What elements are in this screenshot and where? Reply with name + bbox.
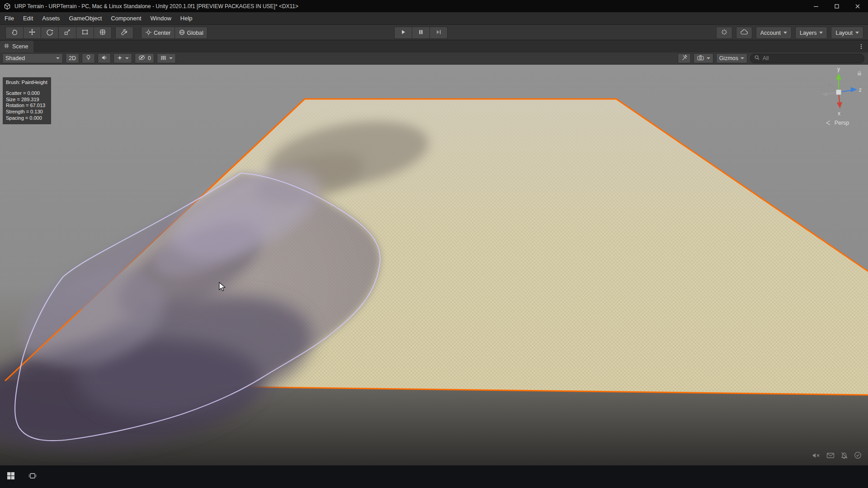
play-button[interactable] <box>394 27 412 39</box>
scene-render[interactable] <box>0 65 868 465</box>
scale-icon <box>64 28 71 38</box>
wrench-icon <box>121 28 128 38</box>
grid-dropdown[interactable] <box>157 53 176 63</box>
eye-hidden-icon <box>138 55 146 62</box>
menu-help[interactable]: Help <box>176 12 197 24</box>
shading-mode-dropdown[interactable]: Shaded <box>2 53 63 63</box>
gizmo-lock-icon[interactable] <box>856 70 863 76</box>
account-label: Account <box>760 30 781 36</box>
audio-muted-icon[interactable] <box>812 452 821 461</box>
menu-gameobject[interactable]: GameObject <box>64 12 106 24</box>
layers-dropdown[interactable]: Layers <box>795 27 828 39</box>
tab-scene[interactable]: Scene <box>0 41 33 52</box>
play-controls <box>394 27 448 39</box>
gizmos-label: Gizmos <box>719 55 738 61</box>
move-tool-button[interactable] <box>24 27 41 39</box>
scene-search <box>750 54 864 63</box>
cloud-services-button[interactable] <box>736 27 752 39</box>
menu-file[interactable]: File <box>0 12 19 24</box>
scene-audio-toggle[interactable] <box>98 53 111 63</box>
windows-logo-icon <box>7 472 15 482</box>
z-axis-label: z <box>859 87 862 93</box>
scene-viewport[interactable]: Brush: PaintHeight Scatter = 0.000 Size … <box>0 65 868 465</box>
step-button[interactable] <box>430 27 448 39</box>
scene-tools-button[interactable] <box>678 53 691 63</box>
brush-scatter: Scatter = 0.000 <box>6 90 47 97</box>
rotate-tool-button[interactable] <box>41 27 59 39</box>
y-axis-handle[interactable]: y <box>836 66 841 92</box>
activity-indicator-button[interactable] <box>716 27 732 39</box>
notifications-muted-icon[interactable] <box>840 451 848 461</box>
chevron-down-icon <box>741 57 744 59</box>
brush-title: Brush: PaintHeight <box>6 80 47 86</box>
projection-label: Persp <box>835 120 849 126</box>
space-toggle-button[interactable]: Global <box>175 27 208 39</box>
rect-tool-button[interactable] <box>76 27 94 39</box>
hidden-count: 0 <box>148 55 151 61</box>
gizmos-dropdown[interactable]: Gizmos <box>716 53 747 63</box>
camera-icon <box>697 55 704 62</box>
hand-icon <box>11 28 18 38</box>
task-view-button[interactable] <box>22 465 43 488</box>
chevron-down-icon <box>56 57 60 59</box>
globe-icon <box>179 29 185 37</box>
brush-size: Size = 289.319 <box>6 97 47 103</box>
search-icon <box>754 54 760 62</box>
2d-toggle-button[interactable]: 2D <box>66 53 79 63</box>
account-dropdown[interactable]: Account <box>756 27 792 39</box>
pivot-label: Center <box>154 30 171 36</box>
pause-button[interactable] <box>412 27 430 39</box>
tools-icon <box>681 54 688 62</box>
menu-component[interactable]: Component <box>106 12 146 24</box>
start-button[interactable] <box>0 465 22 488</box>
unity-logo-icon <box>4 3 11 10</box>
menu-bar: File Edit Assets GameObject Component Wi… <box>0 12 868 25</box>
status-check-icon[interactable] <box>854 451 862 461</box>
scale-tool-button[interactable] <box>59 27 76 39</box>
maximize-button[interactable] <box>826 0 847 12</box>
custom-tool-button[interactable] <box>115 27 133 39</box>
chevron-down-icon <box>169 57 173 59</box>
scene-lighting-toggle[interactable] <box>82 53 95 63</box>
scene-visibility-toggle[interactable]: 0 <box>135 53 154 63</box>
pivot-toggle-button[interactable]: Center <box>141 27 175 39</box>
effects-dropdown[interactable] <box>113 53 132 63</box>
move-icon <box>28 28 36 38</box>
chevron-down-icon <box>783 32 787 34</box>
scene-tab-label: Scene <box>12 43 28 50</box>
layout-dropdown[interactable]: Layout <box>831 27 863 39</box>
close-button[interactable] <box>847 0 868 12</box>
z-axis-handle[interactable]: z <box>839 87 862 93</box>
pivot-icon <box>145 29 152 37</box>
hand-tool-button[interactable] <box>5 27 24 39</box>
brush-rotation: Rotation = 67.013 <box>6 103 47 109</box>
window-title: URP Terrain - URPTerrain - PC, Mac & Lin… <box>14 3 298 9</box>
grid-icon <box>160 54 167 62</box>
space-label: Global <box>187 30 203 36</box>
pause-icon <box>417 28 425 38</box>
tab-bar: Scene <box>0 40 868 52</box>
brush-strength: Strength = 0.130 <box>6 109 47 115</box>
unity-window: URP Terrain - URPTerrain - PC, Mac & Lin… <box>0 0 868 488</box>
projection-toggle[interactable]: Persp <box>826 120 849 126</box>
status-icons <box>812 451 862 461</box>
task-view-icon <box>28 472 37 482</box>
chevron-down-icon <box>125 57 129 59</box>
scene-search-input[interactable] <box>762 55 860 62</box>
gizmo-center-cube[interactable] <box>836 89 841 95</box>
2d-label: 2D <box>69 55 76 61</box>
menu-window[interactable]: Window <box>146 12 176 24</box>
shading-mode-label: Shaded <box>5 55 25 61</box>
menu-edit[interactable]: Edit <box>19 12 38 24</box>
pivot-controls: Center Global <box>141 27 208 39</box>
layout-label: Layout <box>835 30 853 36</box>
minimize-button[interactable] <box>806 0 826 12</box>
transform-tool-button[interactable] <box>94 27 112 39</box>
orientation-gizmo[interactable]: y z x Persp <box>809 65 863 130</box>
x-axis-handle[interactable]: x <box>837 92 842 117</box>
camera-settings-dropdown[interactable] <box>693 53 713 63</box>
play-icon <box>400 28 407 38</box>
menu-assets[interactable]: Assets <box>38 12 64 24</box>
tab-menu-button[interactable] <box>858 41 864 52</box>
mail-icon[interactable] <box>826 452 835 460</box>
